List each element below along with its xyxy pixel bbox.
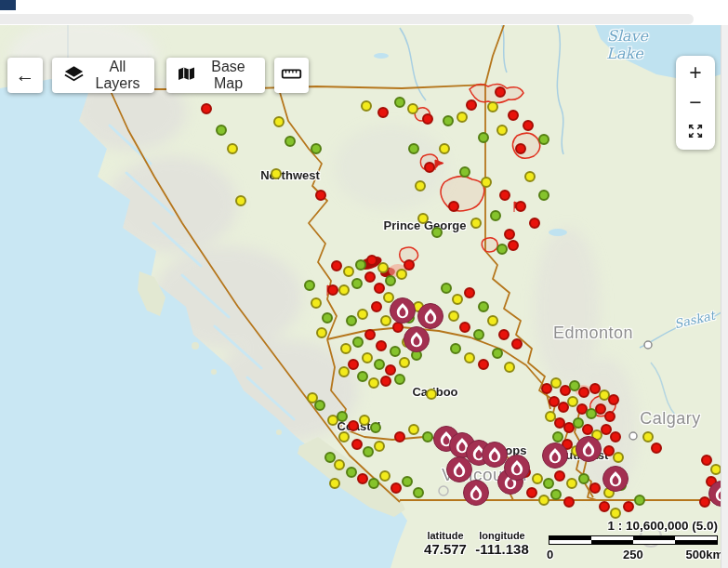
fire-point-marker[interactable]	[465, 353, 474, 363]
fire-point-marker[interactable]	[609, 395, 618, 404]
fire-point-marker[interactable]	[516, 144, 525, 153]
fire-point-marker[interactable]	[404, 260, 414, 270]
fire-point-marker[interactable]	[409, 144, 418, 153]
fire-point-marker[interactable]	[488, 316, 497, 325]
fire-point-marker[interactable]	[583, 425, 592, 434]
fire-point-marker[interactable]	[497, 244, 507, 254]
fire-point-marker[interactable]	[375, 284, 384, 293]
fire-point-marker[interactable]	[488, 102, 497, 112]
fire-point-marker[interactable]	[403, 477, 412, 486]
fire-point-marker[interactable]	[505, 230, 514, 239]
fire-point-marker[interactable]	[611, 432, 620, 442]
fire-point-marker[interactable]	[587, 409, 596, 418]
fire-point-marker[interactable]	[643, 432, 653, 442]
fire-point-marker[interactable]	[395, 98, 404, 107]
fire-point-marker[interactable]	[390, 347, 400, 356]
fire-point-marker[interactable]	[323, 313, 332, 323]
fire-point-marker[interactable]	[386, 276, 395, 285]
fire-point-marker[interactable]	[352, 440, 362, 449]
fire-point-marker[interactable]	[425, 163, 434, 172]
fire-point-marker[interactable]	[551, 378, 561, 388]
fire-point-marker[interactable]	[449, 311, 458, 321]
fire-point-marker[interactable]	[308, 393, 317, 403]
fire-point-marker[interactable]	[471, 218, 481, 228]
fire-point-marker[interactable]	[702, 456, 711, 465]
fire-point-marker[interactable]	[339, 432, 349, 442]
fire-point-marker[interactable]	[365, 330, 375, 339]
fire-point-marker[interactable]	[479, 133, 488, 142]
fire-point-marker[interactable]	[600, 502, 609, 511]
fire-point-marker[interactable]	[364, 447, 373, 456]
fire-point-marker[interactable]	[523, 121, 533, 130]
fire-point-marker[interactable]	[605, 412, 615, 421]
fire-point-marker[interactable]	[652, 443, 661, 453]
fire-point-marker[interactable]	[228, 144, 237, 153]
fire-point-marker[interactable]	[539, 135, 549, 144]
fire-point-marker[interactable]	[451, 344, 460, 353]
fire-point-marker[interactable]	[360, 416, 369, 425]
horizontal-scrollbar[interactable]	[0, 14, 694, 24]
fire-of-note-marker[interactable]	[505, 456, 530, 481]
fire-point-marker[interactable]	[371, 423, 380, 432]
fire-point-marker[interactable]	[367, 256, 377, 265]
fire-point-marker[interactable]	[512, 339, 522, 349]
fire-point-marker[interactable]	[393, 323, 403, 332]
fire-point-marker[interactable]	[457, 112, 467, 122]
fire-point-marker[interactable]	[409, 425, 418, 434]
fire-point-marker[interactable]	[315, 401, 324, 410]
fire-of-note-marker[interactable]	[576, 437, 602, 462]
fire-point-marker[interactable]	[568, 397, 577, 406]
fire-point-marker[interactable]	[332, 261, 341, 271]
fire-point-marker[interactable]	[509, 241, 518, 250]
fire-point-marker[interactable]	[546, 412, 555, 421]
fire-point-marker[interactable]	[559, 403, 568, 412]
fire-point-marker[interactable]	[311, 298, 321, 308]
fire-point-marker[interactable]	[377, 341, 386, 350]
fire-point-marker[interactable]	[358, 372, 367, 381]
fire-point-marker[interactable]	[363, 353, 372, 363]
fire-point-marker[interactable]	[590, 483, 600, 493]
fire-point-marker[interactable]	[418, 214, 428, 223]
fire-point-marker[interactable]	[516, 202, 525, 211]
fire-point-marker[interactable]	[635, 495, 644, 505]
map-canvas[interactable]: NorthwestPrince GeorgeCaribooCoastalKaml…	[0, 25, 721, 568]
fire-point-marker[interactable]	[460, 323, 470, 332]
fire-point-marker[interactable]	[570, 381, 579, 390]
fire-point-marker[interactable]	[530, 218, 539, 228]
fire-point-marker[interactable]	[600, 390, 609, 400]
fire-point-marker[interactable]	[553, 432, 563, 442]
fire-point-marker[interactable]	[561, 386, 570, 395]
fire-point-marker[interactable]	[443, 116, 453, 125]
fire-point-marker[interactable]	[479, 302, 488, 311]
fire-point-marker[interactable]	[391, 483, 401, 493]
fire-of-note-marker[interactable]	[447, 457, 472, 482]
fire-point-marker[interactable]	[285, 137, 295, 146]
fire-point-marker[interactable]	[496, 87, 505, 97]
fire-point-marker[interactable]	[614, 453, 623, 462]
fire-point-marker[interactable]	[271, 169, 281, 178]
fire-point-marker[interactable]	[465, 288, 474, 297]
zoom-out-button[interactable]: −	[676, 91, 715, 114]
fire-point-marker[interactable]	[311, 144, 321, 153]
fire-point-marker[interactable]	[349, 360, 358, 369]
fire-point-marker[interactable]	[408, 104, 417, 113]
zoom-in-button[interactable]: +	[676, 61, 715, 85]
fire-point-marker[interactable]	[381, 376, 390, 386]
fire-point-marker[interactable]	[236, 196, 245, 205]
fire-point-marker[interactable]	[316, 191, 325, 200]
fire-point-marker[interactable]	[358, 310, 367, 319]
fire-point-marker[interactable]	[328, 416, 338, 425]
fire-point-marker[interactable]	[460, 167, 470, 177]
fire-point-marker[interactable]	[365, 272, 375, 282]
fire-point-marker[interactable]	[349, 421, 358, 430]
all-layers-button[interactable]: All Layers	[52, 58, 154, 93]
fire-of-note-marker[interactable]	[483, 443, 508, 468]
fire-point-marker[interactable]	[328, 285, 338, 295]
fire-point-marker[interactable]	[711, 465, 721, 474]
fire-point-marker[interactable]	[596, 404, 605, 414]
fire-point-marker[interactable]	[564, 497, 574, 507]
fire-point-marker[interactable]	[579, 388, 589, 397]
fire-point-marker[interactable]	[624, 502, 633, 511]
fire-point-marker[interactable]	[493, 349, 502, 358]
fire-point-marker[interactable]	[305, 281, 314, 290]
